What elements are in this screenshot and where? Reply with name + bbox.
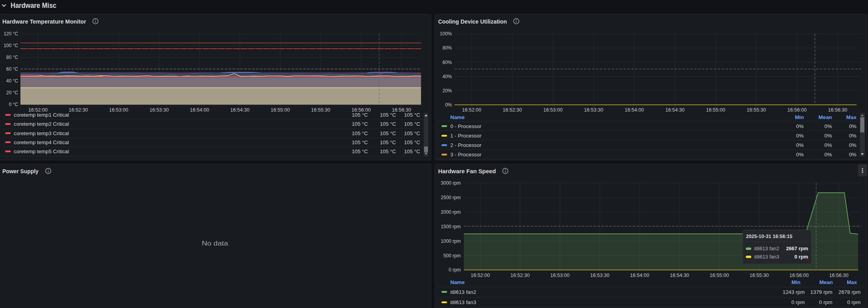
svg-text:16:53:00: 16:53:00 [109,107,128,113]
svg-text:16:53:30: 16:53:30 [590,273,609,278]
svg-text:coretemp temp4 Critical: coretemp temp4 Critical [14,139,69,145]
svg-text:it8613 fan3: it8613 fan3 [754,254,779,260]
svg-text:105 °C: 105 °C [404,139,420,145]
svg-text:20%: 20% [442,88,452,94]
svg-text:0 rpm: 0 rpm [449,267,461,273]
svg-text:Min: Min [791,279,800,285]
svg-text:it8613 fan3: it8613 fan3 [450,299,476,305]
svg-text:0%: 0% [796,152,804,158]
svg-text:80%: 80% [442,45,452,51]
svg-text:2678 rpm: 2678 rpm [839,289,861,295]
svg-text:2667 rpm: 2667 rpm [786,246,808,251]
svg-text:16:53:00: 16:53:00 [543,107,563,113]
svg-text:105 °C: 105 °C [404,112,420,118]
svg-text:100%: 100% [440,31,452,37]
svg-text:1500 rpm: 1500 rpm [441,224,461,229]
svg-text:16:55:30: 16:55:30 [749,273,769,278]
svg-text:1000 rpm: 1000 rpm [441,238,461,244]
svg-text:16:55:00: 16:55:00 [710,273,729,278]
svg-text:16:56:30: 16:56:30 [829,273,848,278]
svg-text:16:52:00: 16:52:00 [471,273,490,278]
svg-text:105 °C: 105 °C [352,130,368,136]
svg-text:1243 rpm: 1243 rpm [783,289,805,295]
svg-text:16:53:30: 16:53:30 [149,107,169,113]
svg-text:Power Supply: Power Supply [2,168,39,174]
svg-text:Max: Max [847,279,857,285]
svg-text:No data: No data [202,240,229,247]
svg-text:0%: 0% [824,142,832,148]
svg-text:coretemp temp3 Critical: coretemp temp3 Critical [14,130,69,136]
svg-text:Hardware Misc: Hardware Misc [11,2,57,9]
svg-text:16:54:30: 16:54:30 [665,107,684,113]
svg-text:16:53:00: 16:53:00 [550,273,569,278]
svg-text:coretemp temp2 Critical: coretemp temp2 Critical [14,121,69,127]
svg-text:0%: 0% [796,123,804,129]
svg-text:16:54:00: 16:54:00 [190,107,209,113]
svg-text:16:53:30: 16:53:30 [584,107,603,113]
svg-text:16:55:30: 16:55:30 [747,107,766,113]
svg-text:0%: 0% [849,133,856,139]
svg-text:16:55:00: 16:55:00 [271,107,290,113]
svg-text:105 °C: 105 °C [380,139,396,145]
svg-text:500 rpm: 500 rpm [443,253,461,258]
svg-text:Mean: Mean [819,279,833,285]
svg-text:105 °C: 105 °C [404,121,420,127]
svg-text:60%: 60% [442,60,452,65]
svg-text:20 °C: 20 °C [6,90,18,95]
svg-text:16:54:00: 16:54:00 [625,107,644,113]
svg-text:16:52:30: 16:52:30 [69,107,88,113]
svg-text:Cooling Device Utilization: Cooling Device Utilization [438,18,507,25]
svg-text:it8613 fan2: it8613 fan2 [754,246,779,251]
svg-text:105 °C: 105 °C [380,121,396,127]
svg-text:0 rpm: 0 rpm [791,299,805,305]
svg-text:2000 rpm: 2000 rpm [441,209,461,215]
svg-text:Hardware Fan Speed: Hardware Fan Speed [438,168,496,174]
svg-text:16:55:30: 16:55:30 [311,107,330,113]
svg-text:0%: 0% [796,142,804,148]
svg-text:105 °C: 105 °C [380,112,396,118]
svg-text:0%: 0% [824,123,832,129]
svg-text:0%: 0% [849,142,856,148]
svg-text:16:55:00: 16:55:00 [706,107,725,113]
svg-text:105 °C: 105 °C [352,112,368,118]
svg-text:16:56:00: 16:56:00 [787,107,807,113]
svg-text:16:56:00: 16:56:00 [789,273,809,278]
svg-text:0 rpm: 0 rpm [847,299,861,305]
svg-text:0%: 0% [796,133,804,139]
svg-text:105 °C: 105 °C [352,148,368,154]
svg-text:3 - Processor: 3 - Processor [450,152,482,158]
svg-text:105 °C: 105 °C [404,130,420,136]
svg-text:0%: 0% [849,123,856,129]
svg-text:16:54:00: 16:54:00 [630,273,649,278]
svg-text:0%: 0% [849,152,856,158]
svg-text:2500 rpm: 2500 rpm [441,195,461,200]
svg-text:40%: 40% [442,74,452,79]
svg-text:105 °C: 105 °C [380,148,396,154]
svg-text:60 °C: 60 °C [6,66,18,72]
svg-text:0 - Processor: 0 - Processor [450,123,482,129]
svg-text:1379 rpm: 1379 rpm [810,289,832,295]
svg-text:Min: Min [795,114,804,120]
svg-text:16:52:00: 16:52:00 [462,107,481,113]
svg-text:16:52:30: 16:52:30 [510,273,530,278]
svg-text:16:54:30: 16:54:30 [230,107,250,113]
svg-text:40 °C: 40 °C [6,78,18,84]
svg-text:105 °C: 105 °C [404,148,420,154]
svg-text:Name: Name [450,279,464,285]
svg-text:0 rpm: 0 rpm [795,254,808,260]
svg-text:coretemp temp1 Critical: coretemp temp1 Critical [14,112,69,118]
svg-text:1 - Processor: 1 - Processor [450,133,482,139]
svg-text:0 °C: 0 °C [9,102,18,107]
svg-text:it8613 fan2: it8613 fan2 [450,289,476,295]
svg-text:0%: 0% [824,133,832,139]
svg-text:0%: 0% [824,152,832,158]
svg-text:105 °C: 105 °C [380,130,396,136]
svg-text:80 °C: 80 °C [6,55,18,60]
svg-text:Mean: Mean [818,114,832,120]
svg-text:0%: 0% [445,102,452,108]
svg-text:16:54:30: 16:54:30 [670,273,689,278]
svg-text:0 rpm: 0 rpm [819,299,832,305]
svg-text:2 - Processor: 2 - Processor [450,142,482,148]
svg-text:Name: Name [450,114,464,120]
svg-text:105 °C: 105 °C [352,139,368,145]
